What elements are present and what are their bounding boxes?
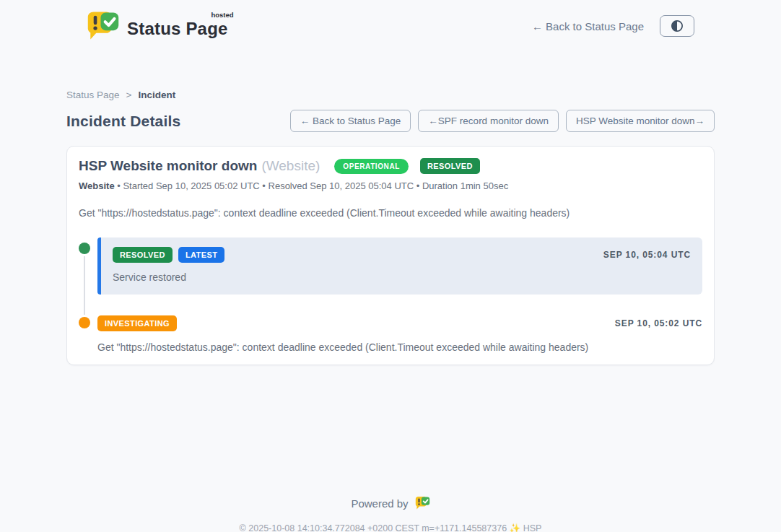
status-badge-resolved: RESOLVED [420, 158, 480, 174]
status-page-logo-icon [87, 10, 120, 42]
sparkles-icon: ✨ [510, 523, 521, 532]
contrast-icon [670, 19, 684, 33]
footer: Powered by © 2025-10-08 14:10:34.772084 … [66, 496, 715, 532]
timeline-badge-resolved: RESOLVED [113, 247, 173, 263]
theme-toggle-button[interactable] [660, 15, 694, 37]
powered-by-link[interactable]: Powered by [351, 496, 429, 510]
timeline-resolved-card: RESOLVED LATEST SEP 10, 05:04 UTC Servic… [97, 237, 702, 295]
incident-meta-details: • Started Sep 10, 2025 05:02 UTC • Resol… [117, 180, 508, 191]
back-to-status-page-link[interactable]: ← Back to Status Page [532, 20, 644, 32]
timeline-message: Get "https://hostedstatus.page": context… [97, 341, 702, 353]
page-head-row: Incident Details ← Back to Status Page ←… [66, 110, 715, 132]
footer-brand: HSP [523, 523, 542, 532]
breadcrumb-separator: > [126, 90, 132, 100]
timeline-timestamp: SEP 10, 05:02 UTC [615, 318, 702, 328]
incident-nav-buttons: ← Back to Status Page ←SPF record monito… [290, 110, 715, 132]
logo-hosted-badge: hosted [211, 11, 233, 19]
powered-by-label: Powered by [351, 497, 408, 510]
timeline-entry-investigating: INVESTIGATING SEP 10, 05:02 UTC Get "htt… [97, 315, 702, 353]
timeline-dot-resolved [79, 243, 90, 254]
back-to-status-page-button[interactable]: ← Back to Status Page [290, 110, 411, 132]
incident-title: HSP Website monitor down [79, 158, 257, 174]
incident-card: HSP Website monitor down (Website) OPERA… [66, 146, 715, 365]
timeline-connector-line [84, 248, 85, 327]
incident-description: Get "https://hostedstatus.page": context… [79, 207, 702, 219]
powered-by-logo-icon [415, 496, 430, 510]
status-badge-operational: OPERATIONAL [334, 159, 409, 174]
breadcrumb-item-status-page[interactable]: Status Page [66, 90, 120, 100]
incident-service-name: Website [79, 180, 115, 191]
timeline-timestamp: SEP 10, 05:04 UTC [603, 250, 691, 260]
timeline-dot-investigating [79, 317, 90, 328]
breadcrumb-item-incident: Incident [138, 90, 175, 100]
incident-timeline: RESOLVED LATEST SEP 10, 05:04 UTC Servic… [79, 237, 702, 353]
logo-title: Status Page [127, 19, 228, 38]
page-container: Status Page hosted ← Back to Status Page… [66, 0, 715, 532]
header: Status Page hosted ← Back to Status Page [66, 0, 715, 42]
incident-meta: Website • Started Sep 10, 2025 05:02 UTC… [79, 180, 702, 191]
breadcrumb: Status Page > Incident [66, 90, 715, 100]
timeline-badge-latest: LATEST [178, 247, 224, 263]
timeline-entry-resolved: RESOLVED LATEST SEP 10, 05:04 UTC Servic… [97, 237, 702, 295]
page-title: Incident Details [66, 113, 180, 130]
timeline-message: Service restored [113, 271, 691, 283]
copyright-text: © 2025-10-08 14:10:34.772084 +0200 CEST … [66, 523, 715, 532]
prev-incident-button[interactable]: ←SPF record monitor down [418, 110, 559, 132]
incident-subtitle: (Website) [261, 158, 320, 174]
status-page-logo[interactable]: Status Page hosted [87, 10, 228, 42]
next-incident-button[interactable]: HSP Website monitor down→ [566, 110, 715, 132]
timeline-badge-investigating: INVESTIGATING [97, 315, 177, 331]
